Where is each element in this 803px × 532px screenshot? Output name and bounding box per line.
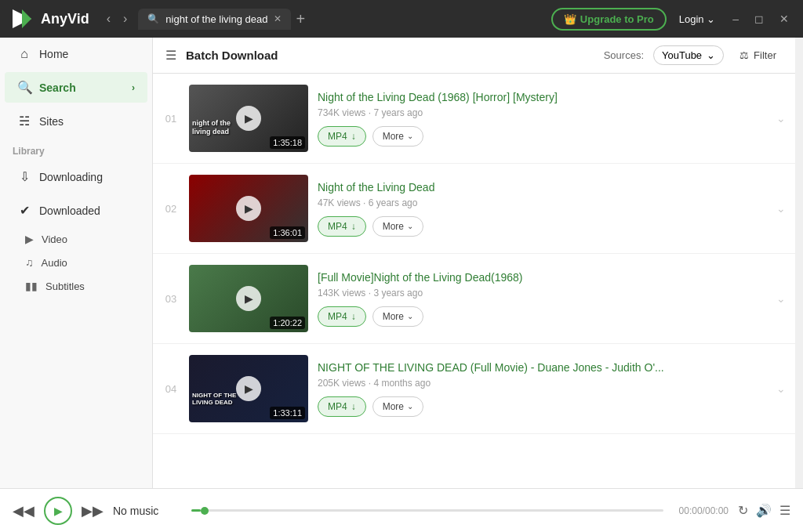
filter-button[interactable]: ⚖ Filter — [733, 46, 783, 64]
play-overlay[interactable]: ▶ — [236, 286, 261, 311]
logo-icon — [9, 6, 35, 31]
repeat-button[interactable]: ↻ — [738, 503, 748, 518]
maximize-button[interactable]: ◻ — [750, 11, 768, 27]
result-number: 01 — [162, 113, 180, 125]
download-icon: ↓ — [351, 311, 356, 322]
more-label: More — [383, 221, 404, 232]
upgrade-label: Upgrade to Pro — [580, 13, 654, 25]
result-views: 734K views — [318, 107, 365, 118]
audio-icon: ♫ — [25, 256, 34, 269]
tab-close-icon[interactable]: ✕ — [274, 13, 282, 24]
thumbnail[interactable]: night of theliving dead ▶ 1:35:18 — [189, 85, 308, 152]
more-label: More — [383, 131, 404, 142]
mp4-download-button[interactable]: MP4 ↓ — [318, 306, 366, 327]
sidebar-item-downloading[interactable]: ⇩ Downloading — [5, 161, 147, 192]
result-item: 01 night of theliving dead ▶ 1:35:18 Nig… — [153, 74, 795, 164]
back-button[interactable]: ‹ — [102, 9, 115, 29]
close-button[interactable]: ✕ — [775, 11, 794, 27]
more-button[interactable]: More ⌄ — [372, 306, 423, 327]
download-icon: ↓ — [351, 221, 356, 232]
thumbnail[interactable]: ▶ 1:36:01 — [189, 175, 308, 242]
playlist-button[interactable]: ☰ — [779, 503, 790, 518]
play-pause-button[interactable]: ▶ — [44, 497, 72, 525]
content-area: ☰ Batch Download Sources: YouTube ⌄ ⚖ Fi… — [153, 38, 795, 488]
active-tab[interactable]: 🔍 night of the living dead ✕ — [138, 9, 291, 30]
result-title[interactable]: [Full Movie]Night of the Living Dead(196… — [318, 271, 767, 284]
player-track-title: No music — [113, 505, 176, 517]
result-item: 02 ▶ 1:36:01 Night of the Living Dead 47… — [153, 164, 795, 254]
result-actions: MP4 ↓ More ⌄ — [318, 396, 767, 417]
sidebar-arrow-icon: › — [132, 82, 135, 93]
mp4-download-button[interactable]: MP4 ↓ — [318, 396, 366, 417]
upgrade-button[interactable]: 👑 Upgrade to Pro — [551, 8, 667, 31]
result-title[interactable]: Night of the Living Dead (1968) [Horror]… — [318, 91, 767, 103]
previous-button[interactable]: ◀◀ — [13, 502, 35, 519]
subtitles-icon: ▮▮ — [25, 280, 38, 292]
results-list: 01 night of theliving dead ▶ 1:35:18 Nig… — [153, 74, 795, 488]
duration-badge: 1:20:22 — [270, 317, 305, 329]
download-icon: ↓ — [351, 401, 356, 412]
more-button[interactable]: More ⌄ — [372, 216, 423, 237]
source-chevron-icon: ⌄ — [707, 49, 715, 61]
result-info: Night of the Living Dead 47K views · 6 y… — [318, 181, 767, 237]
thumbnail[interactable]: NIGHT OF THELIVING DEAD ▶ 1:33:11 — [189, 355, 308, 422]
progress-bar[interactable] — [191, 509, 663, 512]
sidebar-item-video[interactable]: ▶ Video — [0, 227, 152, 251]
sidebar-audio-label: Audio — [42, 257, 67, 269]
result-meta: 734K views · 7 years ago — [318, 107, 767, 118]
volume-button[interactable]: 🔊 — [756, 503, 772, 518]
more-button[interactable]: More ⌄ — [372, 396, 423, 417]
mp4-label: MP4 — [328, 131, 347, 142]
result-item: 03 ▶ 1:20:22 [Full Movie]Night of the Li… — [153, 254, 795, 344]
filter-icon: ⚖ — [739, 49, 749, 61]
scrollbar[interactable] — [795, 38, 803, 488]
result-info: Night of the Living Dead (1968) [Horror]… — [318, 91, 767, 147]
sites-icon: ☵ — [17, 114, 31, 128]
play-overlay[interactable]: ▶ — [236, 196, 261, 221]
result-title[interactable]: Night of the Living Dead — [318, 181, 767, 194]
sidebar-item-home[interactable]: ⌂ Home — [5, 39, 147, 69]
login-button[interactable]: Login ⌄ — [679, 13, 715, 25]
sidebar-item-subtitles[interactable]: ▮▮ Subtitles — [0, 274, 152, 298]
crown-icon: 👑 — [564, 13, 576, 25]
next-button[interactable]: ▶▶ — [82, 502, 104, 519]
more-label: More — [383, 311, 404, 322]
mp4-download-button[interactable]: MP4 ↓ — [318, 216, 366, 237]
collapse-icon[interactable]: ⌄ — [776, 292, 786, 305]
mp4-label: MP4 — [328, 401, 347, 412]
sidebar-item-downloaded[interactable]: ✔ Downloaded — [5, 195, 147, 226]
sidebar-item-search[interactable]: 🔍 Search › — [5, 72, 147, 103]
chevron-down-icon: ⌄ — [407, 402, 413, 411]
mp4-label: MP4 — [328, 221, 347, 232]
sidebar-item-sites[interactable]: ☵ Sites — [5, 106, 147, 136]
download-icon: ↓ — [351, 131, 356, 142]
result-meta: 47K views · 6 years ago — [318, 197, 767, 208]
home-icon: ⌂ — [17, 47, 31, 61]
forward-button[interactable]: › — [118, 9, 132, 29]
result-title[interactable]: NIGHT OF THE LIVING DEAD (Full Movie) - … — [318, 361, 767, 374]
batch-icon: ☰ — [165, 48, 176, 63]
result-age: 3 years ago — [373, 288, 423, 299]
collapse-icon[interactable]: ⌄ — [776, 202, 786, 215]
result-views: 205K views — [318, 378, 365, 389]
play-overlay[interactable]: ▶ — [236, 106, 261, 131]
result-item: 04 NIGHT OF THELIVING DEAD ▶ 1:33:11 NIG… — [153, 344, 795, 434]
more-button[interactable]: More ⌄ — [372, 126, 423, 147]
content-header: ☰ Batch Download Sources: YouTube ⌄ ⚖ Fi… — [153, 38, 795, 74]
progress-fill — [191, 509, 201, 512]
collapse-icon[interactable]: ⌄ — [776, 382, 786, 395]
downloaded-icon: ✔ — [17, 203, 31, 218]
new-tab-button[interactable]: + — [296, 10, 305, 28]
source-selector[interactable]: YouTube ⌄ — [653, 45, 724, 65]
sidebar-downloading-label: Downloading — [39, 171, 103, 183]
collapse-icon[interactable]: ⌄ — [776, 112, 786, 125]
thumbnail[interactable]: ▶ 1:20:22 — [189, 265, 308, 332]
progress-dot — [201, 507, 209, 515]
mp4-download-button[interactable]: MP4 ↓ — [318, 126, 366, 147]
search-icon: 🔍 — [17, 80, 31, 95]
login-label: Login — [679, 13, 704, 25]
sidebar-item-audio[interactable]: ♫ Audio — [0, 251, 152, 274]
play-overlay[interactable]: ▶ — [236, 376, 261, 401]
minimize-button[interactable]: – — [728, 11, 743, 27]
mp4-label: MP4 — [328, 311, 347, 322]
